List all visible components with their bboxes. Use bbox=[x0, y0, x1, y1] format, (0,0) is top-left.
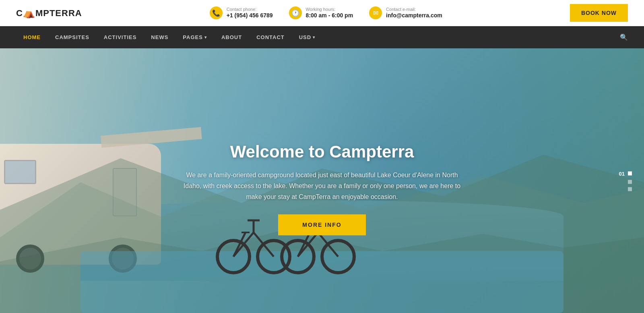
slide-dot-1[interactable] bbox=[628, 172, 632, 176]
contact-phone-text: Contact phone: +1 (954) 456 6789 bbox=[227, 7, 273, 19]
contact-email-text: Contact e-mail: info@campterra.com bbox=[386, 7, 442, 19]
search-icon[interactable]: 🔍 bbox=[620, 33, 628, 41]
navbar: HOME CAMPSITES ACTIVITIES NEWS PAGES ▾ A… bbox=[0, 26, 644, 48]
pages-arrow-icon: ▾ bbox=[204, 35, 207, 39]
nav-item-pages[interactable]: PAGES ▾ bbox=[175, 26, 214, 48]
working-hours-text: Working hours: 8:00 am - 6:00 pm bbox=[306, 7, 353, 19]
top-bar: C⛺MPTERRA 📞 Contact phone: +1 (954) 456 … bbox=[0, 0, 644, 26]
nav-item-campsites[interactable]: CAMPSITES bbox=[48, 26, 97, 48]
nav-link-campsites[interactable]: CAMPSITES bbox=[48, 26, 97, 48]
nav-link-usd[interactable]: USD ▾ bbox=[292, 26, 322, 48]
nav-item-contact[interactable]: CONTACT bbox=[249, 26, 292, 48]
contact-phone-item: 📞 Contact phone: +1 (954) 456 6789 bbox=[210, 6, 273, 19]
hero-section: Welcome to Campterra We are a family-ori… bbox=[0, 48, 644, 313]
logo: C⛺MPTERRA bbox=[16, 7, 82, 19]
top-contact: 📞 Contact phone: +1 (954) 456 6789 🕐 Wor… bbox=[210, 6, 442, 19]
nav-item-activities[interactable]: ACTIVITIES bbox=[97, 26, 144, 48]
nav-link-about[interactable]: ABOUT bbox=[214, 26, 249, 48]
nav-link-activities[interactable]: ACTIVITIES bbox=[97, 26, 144, 48]
slide-number: 01 bbox=[619, 170, 632, 176]
hero-title: Welcome to Campterra bbox=[181, 142, 463, 162]
clock-icon: 🕐 bbox=[289, 6, 302, 19]
contact-email-item: ✉ Contact e-mail: info@campterra.com bbox=[369, 6, 442, 19]
nav-item-news[interactable]: NEWS bbox=[144, 26, 175, 48]
slide-indicators: 01 bbox=[619, 170, 632, 191]
nav-item-home[interactable]: HOME bbox=[16, 26, 48, 48]
nav-link-pages[interactable]: PAGES ▾ bbox=[175, 26, 214, 48]
book-now-button[interactable]: BOOK NOW bbox=[570, 4, 628, 22]
hero-content: Welcome to Campterra We are a family-ori… bbox=[181, 142, 463, 236]
nav-link-home[interactable]: HOME bbox=[16, 26, 48, 48]
nav-link-news[interactable]: NEWS bbox=[144, 26, 175, 48]
nav-links: HOME CAMPSITES ACTIVITIES NEWS PAGES ▾ A… bbox=[16, 26, 322, 48]
nav-item-usd[interactable]: USD ▾ bbox=[292, 26, 322, 48]
phone-icon: 📞 bbox=[210, 6, 223, 19]
slide-dot-3[interactable] bbox=[628, 187, 632, 191]
usd-arrow-icon: ▾ bbox=[313, 35, 315, 39]
more-info-button[interactable]: MORE INFO bbox=[278, 214, 365, 235]
working-hours-item: 🕐 Working hours: 8:00 am - 6:00 pm bbox=[289, 6, 353, 19]
logo-icon: ⛺ bbox=[23, 7, 35, 18]
nav-link-contact[interactable]: CONTACT bbox=[249, 26, 292, 48]
nav-item-about[interactable]: ABOUT bbox=[214, 26, 249, 48]
hero-description: We are a family-oriented campground loca… bbox=[181, 170, 463, 203]
email-icon: ✉ bbox=[369, 6, 382, 19]
slide-dot-2[interactable] bbox=[628, 180, 632, 184]
